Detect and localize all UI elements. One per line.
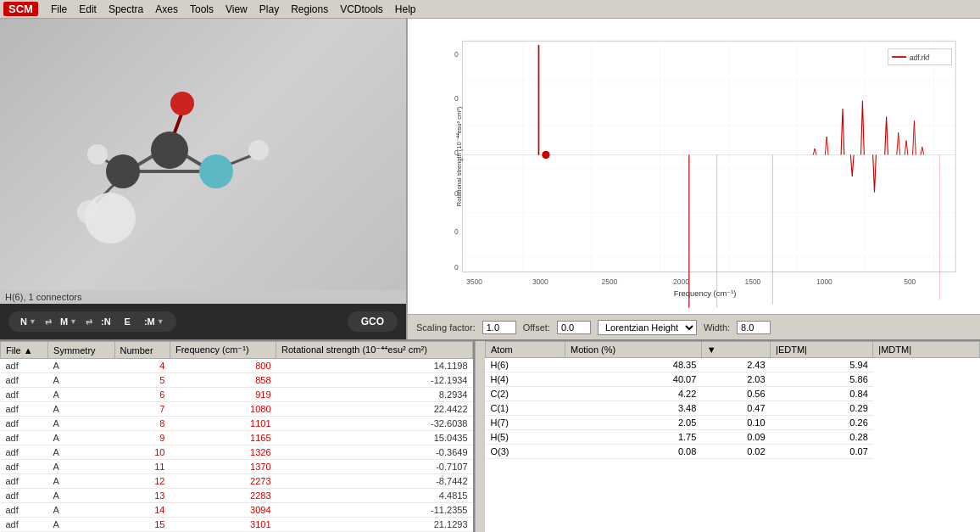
- col-symmetry[interactable]: Symmetry: [48, 342, 114, 359]
- table-row[interactable]: adfA122273-8.7442: [1, 474, 473, 489]
- table-row[interactable]: adfA9116515.0435: [1, 431, 473, 445]
- menu-regions[interactable]: Regions: [285, 2, 334, 17]
- svg-point-10: [199, 154, 233, 188]
- col-file[interactable]: File ▲: [1, 342, 48, 359]
- toolbar-btn-m2[interactable]: :M▼: [139, 314, 170, 329]
- svg-text:2000: 2000: [673, 277, 689, 286]
- toolbar-button-group: N▼ ⇄ M▼ ⇄ :N E :M▼: [8, 311, 176, 332]
- offset-label: Offset:: [523, 322, 550, 333]
- svg-point-9: [106, 154, 140, 188]
- col-rot-strength[interactable]: Rotational strength (10⁻⁴⁴esu² cm²): [276, 342, 473, 359]
- menu-vcdtools[interactable]: VCDtools: [334, 2, 389, 17]
- svg-text:-20: -20: [454, 227, 459, 236]
- table-row[interactable]: adfA143094-11.2355: [1, 503, 473, 518]
- molecule-toolbar: N▼ ⇄ M▼ ⇄ :N E :M▼ GCO: [0, 304, 406, 339]
- table-row[interactable]: adfA101326-0.3649: [1, 445, 473, 460]
- svg-text:10: 10: [454, 94, 459, 103]
- molecule-canvas[interactable]: [0, 19, 406, 290]
- spectrum-panel: 20 10 0 -10 -20 -30 3500 3000 2500 2000 …: [407, 19, 980, 339]
- svg-point-12: [87, 144, 108, 165]
- svg-rect-18: [462, 41, 955, 272]
- svg-text:20: 20: [454, 50, 459, 59]
- bottom-section: File ▲ Symmetry Number Frequency (cm⁻¹) …: [0, 339, 980, 532]
- list-item[interactable]: H(6)48.352.435.94: [486, 358, 980, 372]
- table-row[interactable]: adfA5858-12.1934: [1, 373, 473, 388]
- svg-point-7: [170, 92, 194, 115]
- col-frequency[interactable]: Frequency (cm⁻¹): [170, 342, 276, 359]
- motion-col-mdtm[interactable]: |MDTM|: [873, 342, 980, 358]
- svg-text:Rotational strength (10⁻⁴⁴esu²: Rotational strength (10⁻⁴⁴esu² cm²): [455, 106, 463, 206]
- menu-tools[interactable]: Tools: [184, 2, 220, 17]
- scaling-label: Scaling factor:: [416, 322, 476, 333]
- list-item[interactable]: H(5)1.750.090.28: [486, 430, 980, 445]
- molecule-status: H(6), 1 connectors: [0, 290, 406, 304]
- svg-text:3500: 3500: [466, 277, 482, 286]
- menu-view[interactable]: View: [220, 2, 253, 17]
- gco-button[interactable]: GCO: [348, 311, 398, 332]
- table-row[interactable]: adfA480014.1198: [1, 359, 473, 373]
- motion-col-edtm[interactable]: |EDTM|: [771, 342, 873, 358]
- list-item[interactable]: C(2)4.220.560.84: [486, 387, 980, 401]
- menu-axes[interactable]: Axes: [149, 2, 184, 17]
- toolbar-btn-n1[interactable]: N▼: [15, 314, 42, 329]
- table-row[interactable]: adfA15310121.1293: [1, 518, 473, 532]
- method-select[interactable]: Lorentzian Height: [598, 320, 697, 335]
- menu-spectra[interactable]: Spectra: [103, 2, 149, 17]
- frequency-table-container[interactable]: File ▲ Symmetry Number Frequency (cm⁻¹) …: [0, 341, 475, 532]
- table-row[interactable]: adfA1322834.4815: [1, 489, 473, 503]
- menubar: SCM File Edit Spectra Axes Tools View Pl…: [0, 0, 980, 19]
- frequency-table: File ▲ Symmetry Number Frequency (cm⁻¹) …: [0, 341, 473, 532]
- svg-text:1500: 1500: [745, 277, 761, 286]
- table-scrollbar[interactable]: [475, 341, 485, 532]
- offset-input[interactable]: [557, 321, 591, 334]
- motion-col-atom[interactable]: Atom: [486, 342, 565, 358]
- spectrum-controls: Scaling factor: Offset: Lorentzian Heigh…: [408, 314, 980, 339]
- svg-text:1000: 1000: [816, 277, 832, 286]
- list-item[interactable]: O(3)0.080.020.07: [486, 445, 980, 459]
- toolbar-btn-e2[interactable]: E: [120, 314, 136, 329]
- table-row[interactable]: adfA69198.2934: [1, 388, 473, 402]
- top-section: H(6), 1 connectors N▼ ⇄ M▼ ⇄ :N E :M▼ GC…: [0, 19, 980, 339]
- main-container: H(6), 1 connectors N▼ ⇄ M▼ ⇄ :N E :M▼ GC…: [0, 19, 980, 532]
- toolbar-btn-m1[interactable]: M▼: [55, 314, 82, 329]
- toolbar-btn-n2[interactable]: :N: [96, 314, 116, 329]
- list-item[interactable]: C(1)3.480.470.29: [486, 401, 980, 416]
- width-label: Width:: [704, 322, 730, 333]
- motion-col-sort[interactable]: ▼: [701, 342, 770, 358]
- svg-point-14: [85, 193, 136, 244]
- svg-point-8: [151, 132, 188, 169]
- motion-table: Atom Motion (%) ▼ |EDTM| |MDTM| H(6)48.3…: [485, 341, 980, 459]
- scm-logo: SCM: [3, 2, 38, 16]
- list-item[interactable]: H(7)2.050.100.26: [486, 416, 980, 430]
- table-row[interactable]: adfA81101-32.6038: [1, 417, 473, 431]
- width-input[interactable]: [737, 321, 771, 334]
- menu-file[interactable]: File: [45, 2, 73, 17]
- table-row[interactable]: adfA7108022.4422: [1, 402, 473, 417]
- col-number[interactable]: Number: [114, 342, 170, 359]
- table-row[interactable]: adfA111370-0.7107: [1, 460, 473, 474]
- svg-text:-30: -30: [454, 263, 459, 272]
- motion-panel[interactable]: Atom Motion (%) ▼ |EDTM| |MDTM| H(6)48.3…: [485, 341, 980, 532]
- svg-text:2500: 2500: [602, 277, 618, 286]
- svg-point-13: [248, 140, 269, 160]
- molecule-panel: H(6), 1 connectors N▼ ⇄ M▼ ⇄ :N E :M▼ GC…: [0, 19, 407, 339]
- menu-help[interactable]: Help: [389, 2, 422, 17]
- svg-point-35: [542, 151, 549, 159]
- svg-text:500: 500: [904, 277, 916, 286]
- menu-play[interactable]: Play: [253, 2, 285, 17]
- svg-text:3000: 3000: [532, 277, 548, 286]
- scaling-input[interactable]: [482, 321, 516, 334]
- chart-area[interactable]: 20 10 0 -10 -20 -30 3500 3000 2500 2000 …: [408, 19, 980, 314]
- menu-edit[interactable]: Edit: [73, 2, 103, 17]
- svg-text:Frequency (cm⁻¹): Frequency (cm⁻¹): [674, 289, 737, 298]
- svg-text:adf.rkf: adf.rkf: [910, 53, 930, 62]
- motion-col-motion[interactable]: Motion (%): [565, 342, 702, 358]
- list-item[interactable]: H(4)40.072.035.86: [486, 372, 980, 387]
